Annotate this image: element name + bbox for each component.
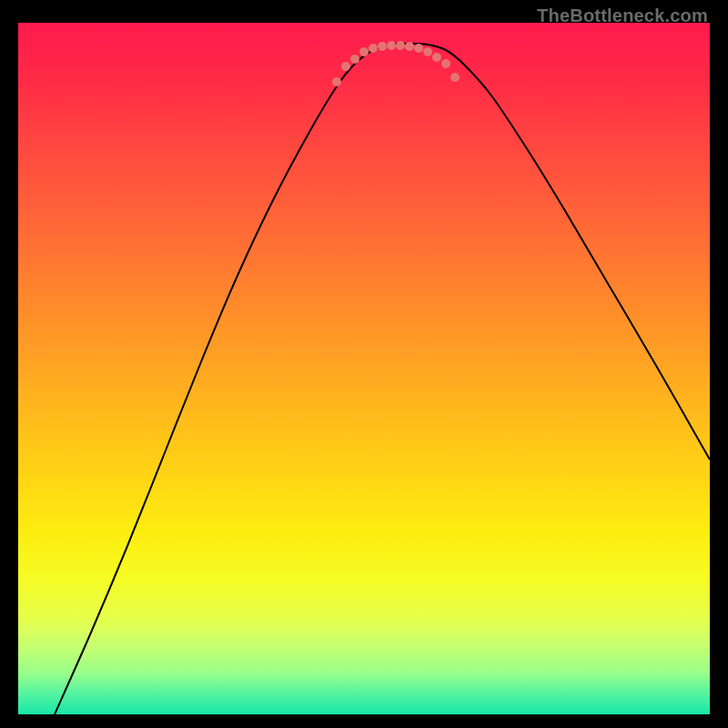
optimal-dot [405,42,414,51]
curve-line [55,44,710,714]
optimal-dot [341,62,350,71]
optimal-dot [396,41,405,50]
optimal-dot [441,59,450,68]
optimal-dot [414,44,423,53]
optimal-dot [387,41,396,50]
optimal-dot [450,73,460,82]
optimal-dot [378,42,387,51]
chart-svg [18,23,710,714]
optimal-dot [423,47,432,56]
optimal-dot [350,55,359,64]
optimal-dot [332,77,341,86]
watermark-text: TheBottleneck.com [537,5,708,26]
optimal-dot [369,44,378,53]
chart-frame: TheBottleneck.com [0,0,728,728]
optimal-dot [359,47,369,56]
optimal-dot [432,53,441,62]
